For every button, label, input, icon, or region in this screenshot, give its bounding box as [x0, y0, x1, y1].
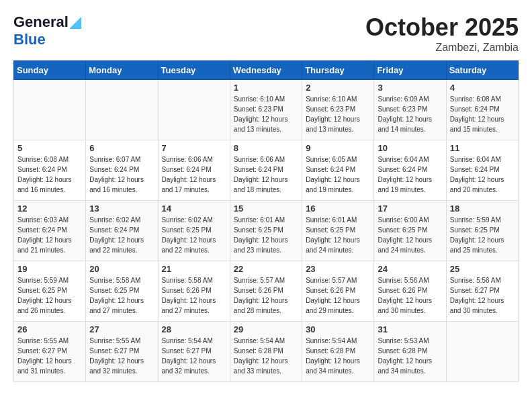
calendar-cell: 26Sunrise: 5:55 AMSunset: 6:27 PMDayligh… [14, 322, 86, 382]
day-number: 21 [162, 264, 226, 274]
calendar-cell: 23Sunrise: 5:57 AMSunset: 6:26 PMDayligh… [302, 261, 374, 322]
calendar-week-row: 5Sunrise: 6:08 AMSunset: 6:24 PMDaylight… [14, 140, 519, 201]
day-detail: Sunrise: 6:10 AMSunset: 6:23 PMDaylight:… [234, 94, 298, 134]
calendar-cell: 20Sunrise: 5:58 AMSunset: 6:25 PMDayligh… [86, 261, 158, 322]
calendar-table: SundayMondayTuesdayWednesdayThursdayFrid… [13, 60, 519, 382]
day-number: 16 [306, 203, 370, 214]
day-number: 23 [306, 264, 370, 274]
calendar-week-row: 12Sunrise: 6:03 AMSunset: 6:24 PMDayligh… [14, 201, 519, 261]
day-number: 31 [378, 324, 442, 334]
svg-marker-0 [69, 17, 81, 29]
day-number: 29 [234, 324, 298, 334]
day-detail: Sunrise: 6:08 AMSunset: 6:24 PMDaylight:… [450, 94, 515, 134]
day-detail: Sunrise: 5:58 AMSunset: 6:25 PMDaylight:… [89, 275, 154, 316]
day-number: 25 [450, 264, 515, 274]
calendar-cell [14, 80, 86, 140]
calendar-week-row: 26Sunrise: 5:55 AMSunset: 6:27 PMDayligh… [14, 322, 519, 382]
calendar-cell: 2Sunrise: 6:10 AMSunset: 6:23 PMDaylight… [302, 80, 374, 140]
day-number: 15 [234, 203, 298, 214]
day-detail: Sunrise: 6:05 AMSunset: 6:24 PMDaylight:… [306, 154, 370, 195]
day-detail: Sunrise: 6:06 AMSunset: 6:24 PMDaylight:… [162, 154, 226, 195]
calendar-cell: 25Sunrise: 5:56 AMSunset: 6:27 PMDayligh… [446, 261, 518, 322]
day-number: 12 [17, 203, 82, 214]
day-number: 26 [17, 324, 82, 334]
calendar-week-row: 19Sunrise: 5:59 AMSunset: 6:25 PMDayligh… [14, 261, 519, 322]
day-detail: Sunrise: 6:02 AMSunset: 6:24 PMDaylight:… [89, 215, 154, 255]
day-number: 10 [378, 143, 442, 153]
calendar-cell [446, 322, 518, 382]
calendar-cell: 18Sunrise: 5:59 AMSunset: 6:25 PMDayligh… [446, 201, 518, 261]
day-detail: Sunrise: 6:07 AMSunset: 6:24 PMDaylight:… [89, 154, 154, 195]
day-number: 4 [450, 83, 515, 93]
location-heading: Zambezi, Zambia [365, 42, 519, 54]
calendar-cell: 7Sunrise: 6:06 AMSunset: 6:24 PMDaylight… [158, 140, 230, 201]
day-number: 8 [234, 143, 298, 153]
day-detail: Sunrise: 5:54 AMSunset: 6:28 PMDaylight:… [234, 336, 298, 376]
month-year-heading: October 2025 [365, 13, 519, 42]
day-detail: Sunrise: 5:54 AMSunset: 6:28 PMDaylight:… [306, 336, 370, 376]
day-detail: Sunrise: 5:59 AMSunset: 6:25 PMDaylight:… [17, 275, 82, 316]
day-detail: Sunrise: 5:57 AMSunset: 6:26 PMDaylight:… [234, 275, 298, 316]
day-number: 24 [378, 264, 442, 274]
day-number: 2 [306, 83, 370, 93]
day-number: 30 [306, 324, 370, 334]
calendar-cell: 1Sunrise: 6:10 AMSunset: 6:23 PMDaylight… [230, 80, 302, 140]
calendar-cell: 4Sunrise: 6:08 AMSunset: 6:24 PMDaylight… [446, 80, 518, 140]
logo-blue-text: Blue [13, 31, 46, 48]
calendar-cell: 15Sunrise: 6:01 AMSunset: 6:25 PMDayligh… [230, 201, 302, 261]
day-number: 1 [234, 83, 298, 93]
day-detail: Sunrise: 6:00 AMSunset: 6:25 PMDaylight:… [378, 215, 442, 255]
day-detail: Sunrise: 6:01 AMSunset: 6:25 PMDaylight:… [234, 215, 298, 255]
day-number: 28 [162, 324, 226, 334]
day-number: 22 [234, 264, 298, 274]
calendar-cell: 11Sunrise: 6:04 AMSunset: 6:24 PMDayligh… [446, 140, 518, 201]
calendar-cell: 14Sunrise: 6:02 AMSunset: 6:25 PMDayligh… [158, 201, 230, 261]
day-detail: Sunrise: 5:58 AMSunset: 6:26 PMDaylight:… [162, 275, 226, 316]
day-detail: Sunrise: 5:53 AMSunset: 6:28 PMDaylight:… [378, 336, 442, 376]
day-detail: Sunrise: 5:56 AMSunset: 6:26 PMDaylight:… [378, 275, 442, 316]
calendar-cell: 31Sunrise: 5:53 AMSunset: 6:28 PMDayligh… [374, 322, 446, 382]
weekday-header-friday: Friday [374, 61, 446, 80]
day-detail: Sunrise: 6:08 AMSunset: 6:24 PMDaylight:… [17, 154, 82, 195]
logo-triangle-icon [69, 17, 81, 29]
weekday-header-thursday: Thursday [302, 61, 374, 80]
day-detail: Sunrise: 6:04 AMSunset: 6:24 PMDaylight:… [450, 154, 515, 195]
calendar-cell: 5Sunrise: 6:08 AMSunset: 6:24 PMDaylight… [14, 140, 86, 201]
day-detail: Sunrise: 6:06 AMSunset: 6:24 PMDaylight:… [234, 154, 298, 195]
day-detail: Sunrise: 5:55 AMSunset: 6:27 PMDaylight:… [89, 336, 154, 376]
day-detail: Sunrise: 6:01 AMSunset: 6:25 PMDaylight:… [306, 215, 370, 255]
calendar-cell: 19Sunrise: 5:59 AMSunset: 6:25 PMDayligh… [14, 261, 86, 322]
day-detail: Sunrise: 6:02 AMSunset: 6:25 PMDaylight:… [162, 215, 226, 255]
calendar-cell: 30Sunrise: 5:54 AMSunset: 6:28 PMDayligh… [302, 322, 374, 382]
day-number: 7 [162, 143, 226, 153]
calendar-cell: 9Sunrise: 6:05 AMSunset: 6:24 PMDaylight… [302, 140, 374, 201]
day-number: 5 [17, 143, 82, 153]
day-number: 3 [378, 83, 442, 93]
calendar-cell: 3Sunrise: 6:09 AMSunset: 6:23 PMDaylight… [374, 80, 446, 140]
logo-general-text: General [13, 13, 69, 31]
day-detail: Sunrise: 5:56 AMSunset: 6:27 PMDaylight:… [450, 275, 515, 316]
calendar-cell: 21Sunrise: 5:58 AMSunset: 6:26 PMDayligh… [158, 261, 230, 322]
day-number: 14 [162, 203, 226, 214]
calendar-week-row: 1Sunrise: 6:10 AMSunset: 6:23 PMDaylight… [14, 80, 519, 140]
calendar-cell: 27Sunrise: 5:55 AMSunset: 6:27 PMDayligh… [86, 322, 158, 382]
day-detail: Sunrise: 6:04 AMSunset: 6:24 PMDaylight:… [378, 154, 442, 195]
page-header: General Blue October 2025 Zambezi, Zambi… [13, 13, 519, 54]
calendar-cell: 17Sunrise: 6:00 AMSunset: 6:25 PMDayligh… [374, 201, 446, 261]
weekday-header-monday: Monday [86, 61, 158, 80]
calendar-cell [86, 80, 158, 140]
weekday-header-row: SundayMondayTuesdayWednesdayThursdayFrid… [14, 61, 519, 80]
logo: General Blue [13, 13, 81, 48]
calendar-cell: 29Sunrise: 5:54 AMSunset: 6:28 PMDayligh… [230, 322, 302, 382]
day-detail: Sunrise: 6:10 AMSunset: 6:23 PMDaylight:… [306, 94, 370, 134]
weekday-header-sunday: Sunday [14, 61, 86, 80]
day-number: 20 [89, 264, 154, 274]
day-number: 19 [17, 264, 82, 274]
day-detail: Sunrise: 6:03 AMSunset: 6:24 PMDaylight:… [17, 215, 82, 255]
day-number: 9 [306, 143, 370, 153]
calendar-cell: 6Sunrise: 6:07 AMSunset: 6:24 PMDaylight… [86, 140, 158, 201]
calendar-cell: 12Sunrise: 6:03 AMSunset: 6:24 PMDayligh… [14, 201, 86, 261]
weekday-header-tuesday: Tuesday [158, 61, 230, 80]
day-number: 18 [450, 203, 515, 214]
day-number: 11 [450, 143, 515, 153]
